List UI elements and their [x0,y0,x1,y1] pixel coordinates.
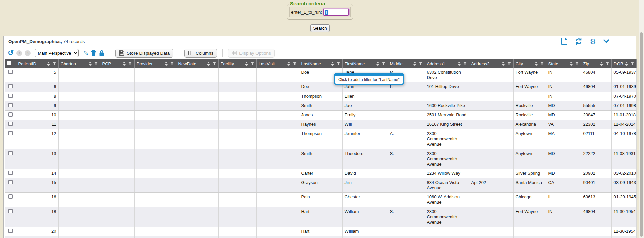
filter-funnel-icon[interactable] [52,62,56,66]
filter-funnel-icon[interactable] [250,62,254,66]
run-input-value: 1 [325,10,328,15]
sort-icon[interactable] [89,62,92,66]
run-input[interactable]: 1 [323,9,349,16]
lock-icon[interactable] [99,50,104,56]
row-checkbox[interactable] [8,103,13,107]
cell-chartno [58,111,100,120]
cell-address1: 2300 Commonwealth Avenue [425,149,469,169]
row-checkbox[interactable] [8,94,13,98]
cell-chartno [58,82,100,92]
sort-icon[interactable] [47,62,50,66]
column-header-state[interactable]: State [546,59,581,68]
perspective-select[interactable]: Main Perspective [35,49,79,57]
filter-funnel-icon[interactable] [575,62,579,66]
select-all-checkbox[interactable] [7,61,11,65]
cell-address2 [469,68,513,82]
column-header-city[interactable]: City [513,59,546,68]
column-label: NewDate [178,61,196,66]
edit-pencil-icon[interactable]: ✎ [83,49,88,57]
sort-icon[interactable] [287,62,290,66]
row-checkbox[interactable] [8,209,13,213]
row-checkbox[interactable] [8,131,13,135]
filter-funnel-icon[interactable] [336,62,340,66]
column-header-newdate[interactable]: NewDate [176,59,218,68]
display-options-label: Display Options [239,51,271,56]
chevron-down-icon[interactable] [603,39,609,43]
toolbar-separator [179,49,179,57]
filter-funnel-icon[interactable] [293,62,297,66]
row-checkbox[interactable] [8,84,13,88]
filter-funnel-icon[interactable] [94,62,98,66]
filter-funnel-icon[interactable] [212,62,216,66]
filter-funnel-icon[interactable] [170,62,174,66]
store-displayed-data-button[interactable]: Store Displayed Data [115,49,173,58]
filter-funnel-icon[interactable] [463,62,467,66]
sort-icon[interactable] [600,62,603,66]
cell-zip: 46804 [581,82,611,92]
row-checkbox[interactable] [8,229,13,233]
new-document-icon[interactable] [561,38,568,45]
scrollbar-thumb[interactable] [640,32,643,237]
column-header-chartno[interactable]: Chartno [58,59,100,68]
filter-funnel-icon[interactable] [507,62,511,66]
sort-icon[interactable] [165,62,168,66]
filter-funnel-icon[interactable] [540,62,544,66]
filter-funnel-icon[interactable] [128,62,132,66]
columns-button[interactable]: Columns [184,49,217,58]
cell-dob [611,236,636,238]
cell-pcp [100,129,134,149]
filter-funnel-icon[interactable] [630,62,634,66]
sort-icon[interactable] [570,62,573,66]
row-checkbox[interactable] [8,122,13,126]
column-label: Zip [583,61,589,66]
cell-zip: 22222 [581,149,611,169]
filter-funnel-icon[interactable] [419,62,423,66]
column-header-firstname[interactable]: FirstName [342,59,388,68]
column-header-lastvisit[interactable]: LastVisit [256,59,299,68]
cell-zip: 46804 [581,68,611,82]
column-header-lastname[interactable]: LastName [299,59,342,68]
sort-icon[interactable] [376,62,379,66]
filter-funnel-icon[interactable] [382,62,386,66]
sort-icon[interactable] [245,62,248,66]
sort-icon[interactable] [625,62,628,66]
column-header-middle[interactable]: Middle [388,59,425,68]
column-header-pcp[interactable]: PCP [100,59,134,68]
column-header-zip[interactable]: Zip [581,59,611,68]
filter-funnel-icon[interactable] [605,62,609,66]
sort-icon[interactable] [207,62,210,66]
sort-icon[interactable] [502,62,505,66]
refresh-icon[interactable] [575,38,582,45]
row-checkbox[interactable] [8,180,13,184]
search-button[interactable]: Search [310,24,330,32]
row-checkbox[interactable] [8,112,13,117]
toolbar-separator [222,49,223,57]
sort-icon[interactable] [413,62,416,66]
cell-chartno [58,92,100,101]
row-checkbox[interactable] [8,70,13,74]
sort-icon[interactable] [123,62,126,66]
sort-icon[interactable] [331,62,334,66]
cell-state: IN [546,82,581,92]
column-header-patientid[interactable]: PatientID [16,59,58,68]
column-header-facility[interactable]: Facility [218,59,256,68]
row-checkbox[interactable] [8,171,13,175]
column-header-address2[interactable]: Address2 [469,59,513,68]
cell-middle [388,227,425,236]
column-header-address1[interactable]: Address1 [425,59,469,68]
next-perspective-icon[interactable]: › [25,50,31,56]
prev-perspective-icon[interactable]: ‹ [16,50,22,56]
row-checkbox[interactable] [8,194,13,199]
undo-icon[interactable]: ↺ [8,49,14,57]
sort-icon[interactable] [535,62,538,66]
delete-trash-icon[interactable] [91,50,96,56]
sort-icon[interactable] [458,62,461,66]
cell-zip: 60613 [581,193,611,207]
vertical-scrollbar[interactable] [639,0,644,238]
cell-address1 [425,92,469,101]
column-header-dob[interactable]: DOB [611,59,636,68]
column-header-provider[interactable]: Provider [134,59,176,68]
cell-patientId: 5 [16,68,58,82]
row-checkbox[interactable] [8,151,13,155]
gear-icon[interactable]: ⚙ [590,38,596,45]
